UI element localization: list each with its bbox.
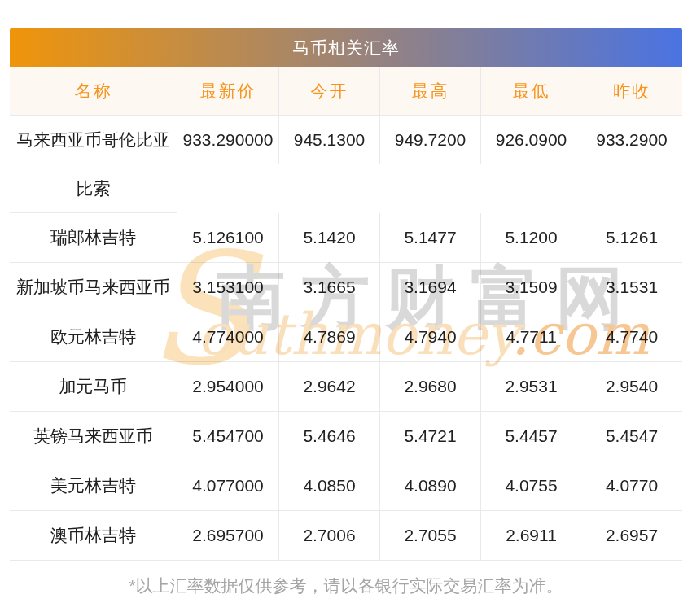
name-cell: 英镑马来西亚币 [10,412,177,461]
page-root: 马币相关汇率 名称 最新价 今开 最高 最低 昨收 马来西亚币哥伦比亚 比索 9… [0,0,692,616]
value-cell: 933.2900 [581,116,682,164]
column-header-open: 今开 [279,67,380,115]
value-cell: 3.1665 [279,263,380,312]
value-cell: 5.4547 [581,412,682,461]
value-cell: 5.4457 [481,412,581,461]
value-cell: 5.1420 [279,213,380,262]
table-row: 瑞郎林吉特 5.126100 5.1420 5.1477 5.1200 5.12… [10,213,682,263]
exchange-rate-table: 马币相关汇率 名称 最新价 今开 最高 最低 昨收 马来西亚币哥伦比亚 比索 9… [10,28,682,561]
value-cell: 3.1694 [380,263,481,312]
name-cell: 欧元林吉特 [10,312,177,361]
value-cell: 933.290000 [177,116,279,164]
name-cell: 马来西亚币哥伦比亚 比索 [10,116,177,213]
value-cell: 926.0900 [481,116,581,164]
value-cell: 5.1200 [481,213,581,262]
value-cell: 2.9642 [279,362,380,411]
value-cell: 4.7740 [581,312,682,361]
row-values: 933.290000 945.1300 949.7200 926.0900 93… [177,116,682,164]
row-data-area: 933.290000 945.1300 949.7200 926.0900 93… [177,116,682,213]
value-cell: 5.4646 [279,412,380,461]
value-cell: 2.954000 [177,362,279,411]
column-header-latest: 最新价 [177,67,279,115]
column-header-prev-close: 昨收 [581,67,682,115]
value-cell: 3.1509 [481,263,581,312]
value-cell: 2.7006 [279,511,380,560]
name-cell: 瑞郎林吉特 [10,213,177,262]
value-cell: 2.9531 [481,362,581,411]
name-line: 比索 [77,164,111,213]
name-line: 马来西亚币哥伦比亚 [16,116,170,164]
table-title: 马币相关汇率 [292,37,400,59]
empty-area [177,164,682,213]
value-cell: 4.7940 [380,312,481,361]
table-row: 加元马币 2.954000 2.9642 2.9680 2.9531 2.954… [10,362,682,412]
value-cell: 4.7711 [481,312,581,361]
value-cell: 949.7200 [380,116,481,164]
value-cell: 4.7869 [279,312,380,361]
value-cell: 2.6957 [581,511,682,560]
table-header-row: 名称 最新价 今开 最高 最低 昨收 [10,67,682,116]
table-row: 新加坡币马来西亚币 3.153100 3.1665 3.1694 3.1509 … [10,263,682,312]
table-row: 欧元林吉特 4.774000 4.7869 4.7940 4.7711 4.77… [10,312,682,362]
value-cell: 2.6911 [481,511,581,560]
name-cell: 加元马币 [10,362,177,411]
value-cell: 5.1261 [581,213,682,262]
table-title-bar: 马币相关汇率 [10,28,682,67]
name-cell: 新加坡币马来西亚币 [10,263,177,312]
value-cell: 5.1477 [380,213,481,262]
table-row: 英镑马来西亚币 5.454700 5.4646 5.4721 5.4457 5.… [10,412,682,461]
value-cell: 4.0890 [380,461,481,510]
name-cell: 澳币林吉特 [10,511,177,560]
value-cell: 4.774000 [177,312,279,361]
column-header-low: 最低 [481,67,581,115]
table-row: 马来西亚币哥伦比亚 比索 933.290000 945.1300 949.720… [10,116,682,213]
value-cell: 2.695700 [177,511,279,560]
value-cell: 4.0755 [481,461,581,510]
value-cell: 5.4721 [380,412,481,461]
value-cell: 4.0770 [581,461,682,510]
value-cell: 4.0850 [279,461,380,510]
value-cell: 3.1531 [581,263,682,312]
value-cell: 945.1300 [279,116,380,164]
table-row: 美元林吉特 4.077000 4.0850 4.0890 4.0755 4.07… [10,461,682,511]
column-header-name: 名称 [10,67,177,115]
value-cell: 2.9680 [380,362,481,411]
value-cell: 5.454700 [177,412,279,461]
table-row: 澳币林吉特 2.695700 2.7006 2.7055 2.6911 2.69… [10,511,682,561]
value-cell: 5.126100 [177,213,279,262]
name-cell: 美元林吉特 [10,461,177,510]
value-cell: 2.9540 [581,362,682,411]
disclaimer-footnote: *以上汇率数据仅供参考，请以各银行实际交易汇率为准。 [0,574,692,596]
column-header-high: 最高 [380,67,481,115]
value-cell: 3.153100 [177,263,279,312]
value-cell: 2.7055 [380,511,481,560]
value-cell: 4.077000 [177,461,279,510]
